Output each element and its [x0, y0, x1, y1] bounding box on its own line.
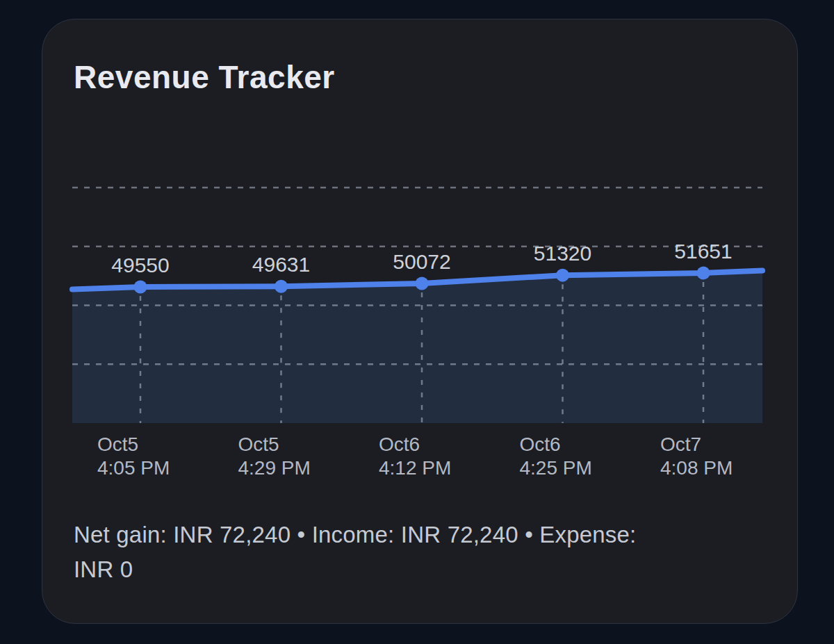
x-axis-label-date: Oct5	[238, 433, 311, 456]
x-axis-label-date: Oct6	[379, 433, 451, 456]
data-point[interactable]	[134, 281, 147, 294]
x-axis-label: Oct54:05 PM	[97, 433, 170, 480]
revenue-chart: 4955049631500725132051651	[72, 167, 762, 423]
x-axis-label-date: Oct6	[520, 433, 592, 456]
point-value-label: 51651	[674, 240, 732, 263]
x-axis-label-time: 4:05 PM	[97, 456, 170, 480]
x-axis-label-date: Oct7	[660, 433, 733, 456]
data-point[interactable]	[416, 277, 429, 290]
x-axis-label-time: 4:29 PM	[238, 456, 311, 480]
summary-text: Net gain: INR 72,240 • Income: INR 72,24…	[74, 518, 678, 587]
revenue-tracker-card: Revenue Tracker 495504963150072513205165…	[42, 19, 798, 624]
x-axis-label: Oct54:29 PM	[238, 433, 311, 480]
x-axis-label: Oct64:25 PM	[520, 433, 592, 480]
data-point[interactable]	[556, 269, 569, 282]
data-point[interactable]	[275, 280, 288, 293]
x-axis-label-time: 4:08 PM	[660, 456, 733, 480]
page-background: { "card": { "title": "Revenue Tracker", …	[0, 0, 834, 644]
point-value-label: 49550	[111, 254, 169, 276]
x-axis: Oct54:05 PMOct54:29 PMOct64:12 PMOct64:2…	[72, 433, 762, 488]
x-axis-label-time: 4:25 PM	[520, 456, 592, 480]
data-point[interactable]	[697, 267, 710, 280]
point-value-label: 49631	[252, 253, 310, 276]
point-value-label: 51320	[534, 242, 591, 265]
area-fill	[72, 271, 762, 424]
point-value-label: 50072	[393, 250, 450, 273]
x-axis-label: Oct64:12 PM	[379, 433, 451, 480]
x-axis-label: Oct74:08 PM	[660, 433, 733, 480]
x-axis-label-date: Oct5	[97, 433, 170, 456]
x-axis-label-time: 4:12 PM	[379, 456, 451, 480]
card-title: Revenue Tracker	[74, 58, 335, 96]
